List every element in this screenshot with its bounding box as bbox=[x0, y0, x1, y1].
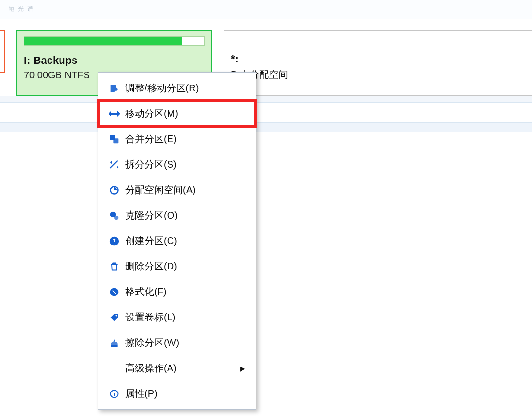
unallocated-title: *: bbox=[231, 53, 525, 65]
menu-item-create[interactable]: 创建分区(C) bbox=[98, 228, 256, 254]
menu-item-clone[interactable]: 克隆分区(O) bbox=[98, 203, 256, 228]
wipe-icon bbox=[105, 338, 123, 348]
menu-item-move[interactable]: 移动分区(M) bbox=[98, 101, 256, 126]
trash-icon bbox=[105, 261, 123, 272]
menu-item-label: 拆分分区(S) bbox=[123, 158, 247, 171]
adjacent-partition-sliver[interactable] bbox=[0, 30, 5, 73]
svg-point-6 bbox=[116, 315, 117, 316]
menu-item-label: 调整/移动分区(R) bbox=[123, 82, 247, 95]
info-icon bbox=[105, 389, 123, 399]
menu-item-label: 属性(P) bbox=[123, 387, 247, 400]
menu-item-label: 高级操作(A) bbox=[123, 362, 240, 375]
menu-item-delete[interactable]: 删除分区(D) bbox=[98, 254, 256, 279]
menu-item-merge[interactable]: 合并分区(E) bbox=[98, 126, 256, 152]
menu-item-set-label[interactable]: 设置卷标(L) bbox=[98, 305, 256, 330]
top-bar-faint-text: 地 光 谱 bbox=[9, 5, 34, 13]
svg-rect-1 bbox=[113, 138, 118, 143]
partition-title: I: Backups bbox=[24, 54, 205, 67]
menu-item-label: 设置卷标(L) bbox=[123, 311, 247, 324]
submenu-chevron-icon: ▶ bbox=[240, 365, 245, 372]
separator-strip-1 bbox=[0, 96, 532, 103]
pie-icon bbox=[105, 185, 123, 195]
partition-usage-bar bbox=[24, 36, 205, 46]
menu-item-label: 删除分区(D) bbox=[123, 260, 247, 273]
menu-item-label: 移动分区(M) bbox=[123, 107, 247, 120]
svg-point-4 bbox=[114, 216, 118, 220]
menu-item-advanced[interactable]: 高级操作(A) ▶ bbox=[98, 355, 256, 381]
unallocated-card[interactable]: *: B 未分配空间 bbox=[224, 30, 532, 96]
clone-icon bbox=[105, 211, 123, 220]
disk-map-row: I: Backups 70.00GB NTFS *: B 未分配空间 bbox=[0, 29, 532, 96]
move-icon bbox=[105, 110, 123, 118]
tag-icon bbox=[105, 313, 123, 322]
format-icon bbox=[105, 287, 123, 297]
menu-item-split[interactable]: 拆分分区(S) bbox=[98, 152, 256, 177]
menu-item-wipe[interactable]: 擦除分区(W) bbox=[98, 330, 256, 355]
menu-item-label: 分配空闲空间(A) bbox=[123, 184, 247, 196]
create-icon bbox=[105, 236, 123, 246]
menu-item-format[interactable]: 格式化(F) bbox=[98, 279, 256, 305]
menu-item-label: 创建分区(C) bbox=[123, 234, 247, 247]
split-icon bbox=[105, 160, 123, 170]
menu-item-label: 合并分区(E) bbox=[123, 133, 247, 146]
partition-usage-fill bbox=[24, 37, 182, 45]
menu-item-properties[interactable]: 属性(P) bbox=[98, 381, 256, 406]
top-bar: 地 光 谱 bbox=[0, 0, 532, 19]
merge-icon bbox=[105, 135, 123, 144]
svg-point-9 bbox=[114, 391, 115, 392]
menu-item-allocate-free[interactable]: 分配空闲空间(A) bbox=[98, 177, 256, 203]
menu-item-label: 格式化(F) bbox=[123, 285, 247, 298]
separator-strip-2 bbox=[0, 122, 532, 132]
menu-item-label: 擦除分区(W) bbox=[123, 336, 247, 349]
menu-item-label: 克隆分区(O) bbox=[123, 209, 247, 222]
unallocated-usage-bar bbox=[231, 36, 525, 44]
partition-context-menu: 调整/移动分区(R) 移动分区(M) 合并分区(E) 拆分分区(S) 分配空闲空… bbox=[98, 72, 256, 410]
menu-item-resize-move[interactable]: 调整/移动分区(R) bbox=[98, 75, 256, 101]
resize-icon bbox=[105, 83, 123, 94]
unallocated-subtitle: B 未分配空间 bbox=[231, 68, 525, 81]
